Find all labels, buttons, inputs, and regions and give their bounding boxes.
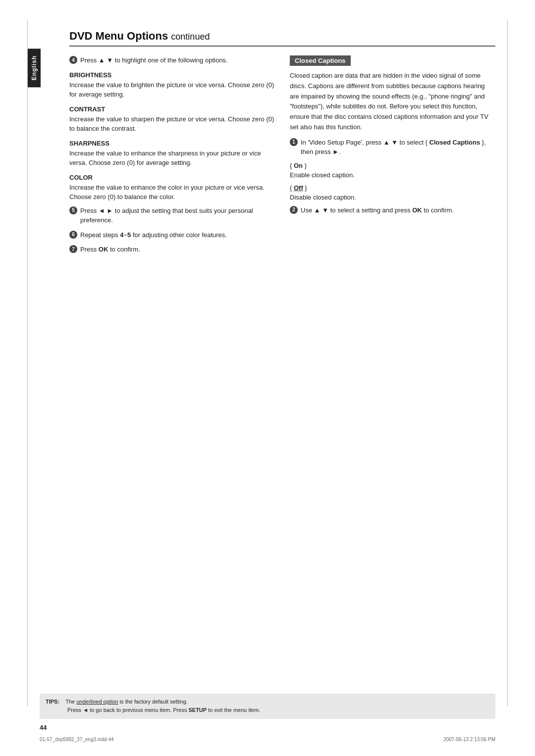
brightness-heading: BRIGHTNESS [69,71,275,79]
step4-circle: 4 [69,56,77,64]
left-column: 4 Press ▲ ▼ to highlight one of the foll… [69,55,275,259]
tips-label: TIPS: [46,699,59,705]
off-desc: Disable closed caption. [290,194,356,201]
color-body: Increase the value to enhance the color … [69,183,275,202]
tips-bar: TIPS: The underlined option is the facto… [40,694,495,719]
step4-text: Press ▲ ▼ to highlight one of the follow… [80,55,227,65]
on-desc: Enable closed caption. [290,171,355,179]
footer-right: 2007-06-13 2:13:06 PM [443,737,495,742]
step7-item: 7 Press OK to confirm. [69,245,275,254]
page-title: DVD Menu Options continued [69,30,495,47]
cc-step1-text: In 'Video Setup Page', press ▲ ▼ to sele… [301,138,495,157]
right-column: Closed Captions Closed caption are data … [290,55,495,259]
cc-step2-item: 2 Use ▲ ▼ to select a setting and press … [290,205,495,215]
closed-captions-intro: Closed caption are data that are hidden … [290,71,495,133]
off-option-block: { Off } Disable closed caption. [290,183,495,202]
step5-circle: 5 [69,206,77,214]
sharpness-heading: SHARPNESS [69,140,275,147]
closed-captions-header: Closed Captions [290,55,351,66]
page-container: English DVD Menu Options continued 4 Pre… [0,0,535,756]
tips-line1: The underlined option is the factory def… [65,699,187,705]
cc-step2-circle: 2 [290,206,298,214]
step5-text: Press ◄ ► to adjust the setting that bes… [80,206,275,225]
cc-step1-circle: 1 [290,138,298,146]
step7-text: Press OK to confirm. [80,245,140,254]
off-label: { Off } [290,184,307,192]
brightness-body: Increase the value to brighten the pictu… [69,80,275,100]
content-columns: 4 Press ▲ ▼ to highlight one of the foll… [69,55,495,259]
step6-circle: 6 [69,231,77,239]
footer-left: 01-57_dvp5982_37_eng3.indd 44 [40,737,114,742]
color-heading: COLOR [69,174,275,181]
on-label: { On } [290,162,307,169]
side-line-left [27,20,28,706]
cc-step1-item: 1 In 'Video Setup Page', press ▲ ▼ to se… [290,138,495,157]
side-line-right [507,20,508,706]
step6-text: Repeat steps 4~5 for adjusting other col… [80,230,227,240]
step4-item: 4 Press ▲ ▼ to highlight one of the foll… [69,55,275,65]
english-tab: English [28,49,41,87]
on-option-block: { On } Enable closed caption. [290,161,495,180]
contrast-body: Increase the value to sharpen the pictur… [69,114,275,134]
page-number: 44 [40,724,47,731]
tips-line2: Press ◄ to go back to previous menu item… [67,707,260,713]
step5-item: 5 Press ◄ ► to adjust the setting that b… [69,206,275,225]
step6-item: 6 Repeat steps 4~5 for adjusting other c… [69,230,275,240]
sharpness-body: Increase the value to enhance the sharpn… [69,149,275,168]
contrast-heading: CONTRAST [69,105,275,113]
cc-step2-text: Use ▲ ▼ to select a setting and press OK… [301,205,454,215]
step7-circle: 7 [69,245,77,253]
